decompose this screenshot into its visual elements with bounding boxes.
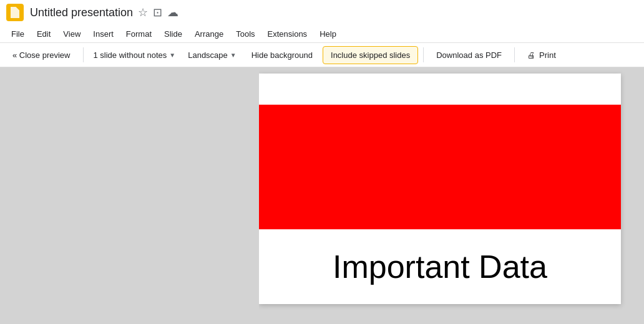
slide-preview-area: Important Data [259, 67, 644, 324]
menu-help[interactable]: Help [313, 27, 343, 41]
menu-arrange[interactable]: Arrange [188, 27, 230, 41]
orientation-label: Landscape [188, 50, 228, 60]
slide-thumbnail-panel [0, 67, 259, 324]
menu-view[interactable]: View [57, 27, 87, 41]
main-content: Important Data [0, 67, 644, 324]
menu-format[interactable]: Format [120, 27, 158, 41]
title-icons: ☆ ⊡ ☁ [138, 6, 178, 19]
slide-container: Important Data [259, 74, 621, 304]
cloud-icon[interactable]: ☁ [167, 6, 178, 19]
slide-count-label: 1 slide without notes [94, 50, 167, 60]
preview-bar: « Close preview 1 slide without notes ▼ … [0, 42, 644, 67]
include-skipped-slides-button[interactable]: Include skipped slides [323, 46, 418, 64]
star-icon[interactable]: ☆ [138, 6, 148, 19]
download-pdf-button[interactable]: Download as PDF [429, 47, 509, 64]
app-icon [5, 2, 25, 22]
drive-icon[interactable]: ⊡ [153, 6, 162, 19]
slide-count-dropdown[interactable]: 1 slide without notes ▼ [89, 47, 181, 64]
menu-insert[interactable]: Insert [87, 27, 120, 41]
presentation-title[interactable]: Untitled presentation [30, 6, 133, 19]
menu-bar: File Edit View Insert Format Slide Arran… [0, 25, 644, 42]
menu-file[interactable]: File [5, 27, 31, 41]
hide-background-button[interactable]: Hide background [244, 47, 320, 64]
orientation-chevron-icon: ▼ [230, 52, 237, 59]
menu-tools[interactable]: Tools [230, 27, 261, 41]
divider-1 [83, 47, 84, 62]
divider-2 [423, 47, 424, 62]
orientation-dropdown[interactable]: Landscape ▼ [183, 47, 242, 64]
close-preview-button[interactable]: « Close preview [5, 47, 78, 64]
menu-edit[interactable]: Edit [31, 27, 57, 41]
menu-slide[interactable]: Slide [158, 27, 188, 41]
slide-main-text: Important Data [259, 248, 621, 285]
title-bar: Untitled presentation ☆ ⊡ ☁ [0, 0, 644, 25]
app-logo [6, 4, 24, 21]
print-label: Print [539, 50, 556, 60]
slide-red-block [259, 105, 621, 229]
divider-3 [514, 47, 515, 62]
slide-dropdown-chevron-icon: ▼ [169, 52, 175, 59]
menu-extensions[interactable]: Extensions [261, 27, 314, 41]
printer-icon: 🖨 [527, 50, 535, 60]
print-button[interactable]: 🖨 Print [520, 47, 564, 64]
